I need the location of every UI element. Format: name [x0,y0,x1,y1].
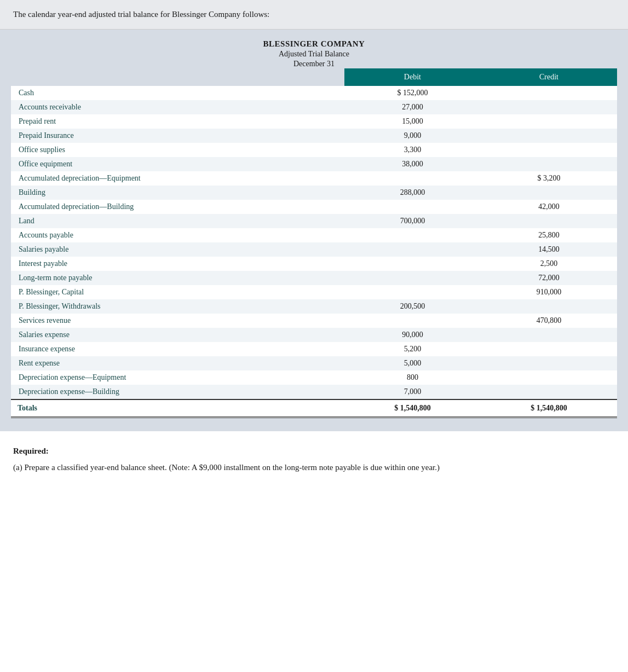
debit-cell: 27,000 [344,100,481,114]
credit-column-header: Credit [481,68,617,86]
account-name-cell: Interest payable [11,257,344,271]
table-row: Accumulated depreciation—Equipment$ 3,20… [11,171,617,186]
table-row: Office equipment38,000 [11,157,617,171]
debit-cell [344,242,481,257]
debit-cell: 15,000 [344,114,481,129]
credit-cell [481,114,617,129]
table-row: Services revenue470,800 [11,314,617,328]
credit-cell: 910,000 [481,285,617,299]
totals-label: Totals [11,399,344,418]
debit-cell: 5,200 [344,342,481,356]
table-row: Depreciation expense—Building7,000 [11,385,617,399]
credit-cell [481,86,617,100]
credit-cell [481,385,617,399]
credit-cell [481,342,617,356]
credit-cell [481,328,617,342]
trial-balance-table: Debit Credit Cash$ 152,000Accounts recei… [11,68,617,418]
debit-cell: 700,000 [344,214,481,228]
table-row: Prepaid rent15,000 [11,114,617,129]
table-row: Insurance expense5,200 [11,342,617,356]
credit-cell: 72,000 [481,271,617,285]
account-column-header [11,68,344,86]
account-name-cell: Cash [11,86,344,100]
account-name-cell: Accounts payable [11,228,344,242]
company-header: BLESSINGER COMPANY Adjusted Trial Balanc… [11,39,617,68]
account-name-cell: Building [11,186,344,200]
debit-cell: 90,000 [344,328,481,342]
account-name-cell: Office supplies [11,143,344,157]
account-name-cell: Services revenue [11,314,344,328]
table-row: Building288,000 [11,186,617,200]
table-row: Depreciation expense—Equipment800 [11,370,617,385]
table-row: Accounts receivable27,000 [11,100,617,114]
debit-cell [344,285,481,299]
account-name-cell: Depreciation expense—Building [11,385,344,399]
debit-cell: 38,000 [344,157,481,171]
table-row: Accumulated depreciation—Building42,000 [11,200,617,214]
company-subtitle: Adjusted Trial Balance [11,50,617,59]
debit-cell [344,314,481,328]
intro-text: The calendar year-end adjusted trial bal… [13,10,269,19]
table-row: Rent expense5,000 [11,356,617,370]
debit-cell [344,200,481,214]
credit-cell [481,143,617,157]
intro-section: The calendar year-end adjusted trial bal… [0,0,628,30]
debit-cell: 3,300 [344,143,481,157]
required-text: (a) Prepare a classified year-end balanc… [13,461,615,474]
debit-cell: 200,500 [344,299,481,314]
credit-cell [481,299,617,314]
required-section: Required: (a) Prepare a classified year-… [0,431,628,485]
table-row: P. Blessinger, Withdrawals200,500 [11,299,617,314]
debit-cell: 9,000 [344,129,481,143]
table-row: Office supplies3,300 [11,143,617,157]
account-name-cell: Land [11,214,344,228]
credit-cell: 42,000 [481,200,617,214]
account-name-cell: Depreciation expense—Equipment [11,370,344,385]
account-name-cell: Accumulated depreciation—Building [11,200,344,214]
required-label: Required: [13,444,615,457]
debit-cell: 5,000 [344,356,481,370]
debit-cell [344,271,481,285]
debit-cell: 288,000 [344,186,481,200]
company-name: BLESSINGER COMPANY [11,39,617,49]
debit-cell [344,171,481,186]
credit-cell: 2,500 [481,257,617,271]
totals-credit: $ 1,540,800 [481,399,617,418]
table-row: Cash$ 152,000 [11,86,617,100]
account-name-cell: Office equipment [11,157,344,171]
credit-cell: 25,800 [481,228,617,242]
table-row: Salaries expense90,000 [11,328,617,342]
credit-cell [481,370,617,385]
table-row: Long-term note payable72,000 [11,271,617,285]
debit-cell [344,228,481,242]
credit-cell [481,214,617,228]
table-wrapper: BLESSINGER COMPANY Adjusted Trial Balanc… [0,30,628,431]
account-name-cell: Prepaid rent [11,114,344,129]
debit-column-header: Debit [344,68,481,86]
debit-cell [344,257,481,271]
debit-cell: 800 [344,370,481,385]
credit-cell [481,100,617,114]
credit-cell [481,356,617,370]
credit-cell: 470,800 [481,314,617,328]
table-row: Accounts payable25,800 [11,228,617,242]
table-row: Interest payable2,500 [11,257,617,271]
table-row: P. Blessinger, Capital910,000 [11,285,617,299]
totals-row: Totals$ 1,540,800$ 1,540,800 [11,399,617,418]
credit-cell: 14,500 [481,242,617,257]
table-row: Prepaid Insurance9,000 [11,129,617,143]
account-name-cell: Rent expense [11,356,344,370]
credit-cell: $ 3,200 [481,171,617,186]
account-name-cell: Prepaid Insurance [11,129,344,143]
account-name-cell: Accounts receivable [11,100,344,114]
account-name-cell: P. Blessinger, Capital [11,285,344,299]
account-name-cell: Salaries payable [11,242,344,257]
debit-cell: 7,000 [344,385,481,399]
account-name-cell: Insurance expense [11,342,344,356]
account-name-cell: Long-term note payable [11,271,344,285]
account-name-cell: P. Blessinger, Withdrawals [11,299,344,314]
account-name-cell: Salaries expense [11,328,344,342]
table-row: Salaries payable14,500 [11,242,617,257]
debit-cell: $ 152,000 [344,86,481,100]
credit-cell [481,129,617,143]
